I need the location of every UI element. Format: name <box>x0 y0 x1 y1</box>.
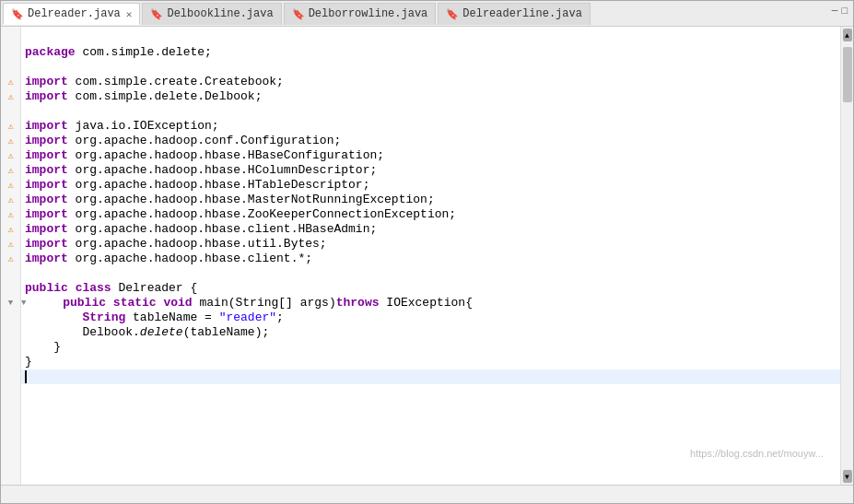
gutter-24 <box>5 369 18 384</box>
watermark: https://blog.csdn.net/mouyw... <box>690 448 824 459</box>
tab-delreaderline[interactable]: 🔖 Delreaderline.java <box>438 3 591 25</box>
gutter-1 <box>5 30 18 45</box>
gutter-4: ⚠ <box>5 75 18 89</box>
scroll-thumb[interactable] <box>843 47 852 102</box>
line-1-content <box>21 30 32 45</box>
code-line-7: import java.io.IOException; <box>21 119 840 134</box>
line-11-content: import org.apache.hadoop.hbase.HTableDes… <box>21 178 369 193</box>
code-line-14: import org.apache.hadoop.hbase.client.HB… <box>21 222 840 237</box>
code-area[interactable]: package com.simple.delete; import com.si… <box>21 27 840 485</box>
tab-delreader[interactable]: 🔖 Delreader.java ✕ <box>3 3 140 25</box>
line-4-content: import com.simple.create.Createbook; <box>21 75 284 89</box>
code-line-18: public class Delreader { <box>21 281 840 296</box>
gutter-19[interactable]: ▼ <box>5 296 18 311</box>
line-17-content <box>21 266 32 281</box>
code-line-16: import org.apache.hadoop.hbase.client.*; <box>21 252 840 266</box>
gutter-18 <box>5 281 18 296</box>
line-9-content: import org.apache.hadoop.hbase.HBaseConf… <box>21 148 384 163</box>
line-2-content: package com.simple.delete; <box>21 45 212 60</box>
code-line-4: import com.simple.create.Createbook; <box>21 75 840 89</box>
line-20-content: String tableName = "reader"; <box>21 311 284 325</box>
tab-label3: Delborrowline.java <box>309 7 428 20</box>
code-line-22: } <box>21 340 840 355</box>
gutter-13: ⚠ <box>5 207 18 222</box>
tab-bar: 🔖 Delreader.java ✕ 🔖 Delbookline.java 🔖 … <box>1 1 853 27</box>
tab-java-icon4: 🔖 <box>446 8 459 20</box>
gutter-7: ⚠ <box>5 119 18 134</box>
gutter-9: ⚠ <box>5 148 18 163</box>
scroll-up-arrow[interactable]: ▲ <box>843 29 852 41</box>
gutter-10: ⚠ <box>5 163 18 178</box>
gutter-14: ⚠ <box>5 222 18 237</box>
line-10-content: import org.apache.hadoop.hbase.HColumnDe… <box>21 163 377 178</box>
code-line-12: import org.apache.hadoop.hbase.MasterNot… <box>21 193 840 207</box>
line-23-content: } <box>21 355 32 369</box>
line-21-content: Delbook.delete(tableName); <box>21 325 269 340</box>
gutter-17 <box>5 266 18 281</box>
line-5-content: import com.simple.delete.Delbook; <box>21 89 262 104</box>
code-line-8: import org.apache.hadoop.conf.Configurat… <box>21 134 840 148</box>
code-line-21: Delbook.delete(tableName); <box>21 325 840 340</box>
gutter-21 <box>5 325 18 340</box>
line-19-content: public static void main(String[] args)th… <box>30 296 473 311</box>
gutter-3 <box>5 60 18 75</box>
code-line-3 <box>21 60 840 75</box>
code-line-20: String tableName = "reader"; <box>21 311 840 325</box>
gutter-5: ⚠ <box>5 89 18 104</box>
code-line-1 <box>21 30 840 45</box>
gutter-16: ⚠ <box>5 252 18 266</box>
line-12-content: import org.apache.hadoop.hbase.MasterNot… <box>21 193 435 207</box>
code-line-11: import org.apache.hadoop.hbase.HTableDes… <box>21 178 840 193</box>
code-line-19: ▼ public static void main(String[] args)… <box>21 296 840 311</box>
minimize-button[interactable]: ─ <box>832 6 838 17</box>
gutter-12: ⚠ <box>5 193 18 207</box>
maximize-button[interactable]: □ <box>841 6 848 17</box>
tab-java-icon: 🔖 <box>11 8 24 20</box>
tab-java-icon2: 🔖 <box>150 8 163 20</box>
code-line-10: import org.apache.hadoop.hbase.HColumnDe… <box>21 163 840 178</box>
line-13-content: import org.apache.hadoop.hbase.ZooKeeper… <box>21 207 456 222</box>
collapse-icon-19[interactable]: ▼ <box>21 296 30 311</box>
code-line-13: import org.apache.hadoop.hbase.ZooKeeper… <box>21 207 840 222</box>
line-8-content: import org.apache.hadoop.conf.Configurat… <box>21 134 341 148</box>
line-15-content: import org.apache.hadoop.hbase.util.Byte… <box>21 237 327 252</box>
line-3-content <box>21 60 32 75</box>
line-22-content: } <box>21 340 61 355</box>
gutter-20 <box>5 311 18 325</box>
code-line-2: package com.simple.delete; <box>21 45 840 60</box>
line-6-content <box>21 104 32 119</box>
code-line-9: import org.apache.hadoop.hbase.HBaseConf… <box>21 148 840 163</box>
tab-label: Delreader.java <box>28 7 121 20</box>
gutter-23 <box>5 355 18 369</box>
scroll-down-arrow[interactable]: ▼ <box>843 470 852 483</box>
tab-delbookline[interactable]: 🔖 Delbookline.java <box>142 3 281 25</box>
line-7-content: import java.io.IOException; <box>21 119 219 134</box>
tab-delborrowline[interactable]: 🔖 Delborrowline.java <box>284 3 437 25</box>
scrollbar[interactable]: ▲ ▼ <box>840 27 853 485</box>
gutter-8: ⚠ <box>5 134 18 148</box>
editor-body: ⚠ ⚠ ⚠ ⚠ ⚠ ⚠ ⚠ ⚠ ⚠ ⚠ ⚠ ⚠ <box>1 27 853 485</box>
gutter-11: ⚠ <box>5 178 18 193</box>
code-line-24 <box>21 369 840 384</box>
line-18-content: public class Delreader { <box>21 281 197 296</box>
gutter: ⚠ ⚠ ⚠ ⚠ ⚠ ⚠ ⚠ ⚠ ⚠ ⚠ ⚠ ⚠ <box>1 27 21 485</box>
tab-java-icon3: 🔖 <box>292 8 305 20</box>
window-controls: ─ □ <box>832 6 848 17</box>
gutter-2 <box>5 45 18 60</box>
code-line-6 <box>21 104 840 119</box>
code-line-15: import org.apache.hadoop.hbase.util.Byte… <box>21 237 840 252</box>
gutter-22 <box>5 340 18 355</box>
tab-close-icon[interactable]: ✕ <box>126 8 133 20</box>
line-16-content: import org.apache.hadoop.hbase.client.*; <box>21 252 312 266</box>
gutter-6 <box>5 104 18 119</box>
code-line-5: import com.simple.delete.Delbook; <box>21 89 840 104</box>
editor-window: 🔖 Delreader.java ✕ 🔖 Delbookline.java 🔖 … <box>0 0 854 504</box>
code-line-23: } <box>21 355 840 369</box>
tab-label2: Delbookline.java <box>167 7 273 20</box>
line-24-content <box>21 369 27 384</box>
gutter-15: ⚠ <box>5 237 18 252</box>
line-14-content: import org.apache.hadoop.hbase.client.HB… <box>21 222 377 237</box>
status-bar <box>1 485 853 503</box>
code-line-17 <box>21 266 840 281</box>
tab-label4: Delreaderline.java <box>462 7 582 20</box>
